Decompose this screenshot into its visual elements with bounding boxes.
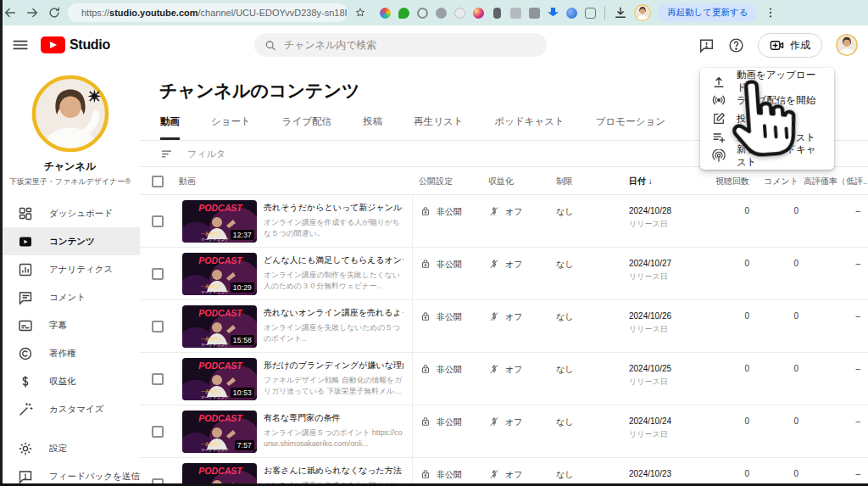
extension-recycle-icon[interactable]: [417, 8, 428, 19]
browser-profile-avatar[interactable]: [634, 4, 651, 21]
video-row[interactable]: PODCAST 一歩先行く マーケティング 15:58 売れないオンライン講座を…: [140, 300, 868, 353]
extension-dino-icon[interactable]: [585, 8, 596, 19]
bookmark-star-icon[interactable]: [354, 7, 366, 19]
create-menu-item[interactable]: 新しいポッドキャスト: [700, 147, 834, 165]
feedback-icon[interactable]: [698, 37, 715, 53]
video-title[interactable]: 有名な専門家の条件: [264, 412, 403, 424]
lock-icon: [420, 310, 431, 322]
monetization-icon: [18, 374, 33, 389]
video-row[interactable]: PODCAST 一歩先行く マーケティング 7:57 有名な専門家の条件: [140, 405, 868, 458]
video-thumbnail[interactable]: PODCAST 一歩先行く マーケティング 10:29: [182, 253, 257, 295]
select-all-checkbox[interactable]: [152, 176, 164, 187]
extension-cast-icon[interactable]: [529, 8, 540, 19]
video-title[interactable]: 売れないオンライン講座を売れるよう...: [264, 307, 403, 319]
video-thumbnail[interactable]: PODCAST 一歩先行く マーケティング 10:04: [182, 463, 257, 486]
row-checkbox[interactable]: [152, 426, 164, 438]
reload-icon[interactable]: [47, 6, 61, 20]
col-monetization[interactable]: 収益化: [487, 175, 556, 187]
row-checkbox[interactable]: [152, 268, 164, 280]
help-icon[interactable]: [728, 37, 744, 53]
channel-search[interactable]: [254, 33, 547, 57]
sidebar-item[interactable]: 字幕: [0, 311, 140, 339]
address-bar[interactable]: https://studio.youtube.com/channel/UCU-E…: [68, 3, 348, 22]
extension-card-icon[interactable]: [510, 8, 521, 19]
tab[interactable]: ライブ配信: [282, 115, 331, 140]
video-title[interactable]: 形だけのブランディングが嫌いな理由: [264, 360, 403, 371]
col-date[interactable]: 日付 ↓: [629, 175, 702, 187]
sidebar-footer-item[interactable]: 設定: [0, 434, 140, 462]
date-cell: 2024/10/28 リリース日: [629, 195, 702, 247]
col-video[interactable]: 動画: [179, 175, 264, 187]
sidebar-item[interactable]: コンテンツ: [0, 227, 140, 255]
upload-icon: [712, 75, 726, 88]
row-checkbox[interactable]: [152, 321, 164, 332]
feedback-icon: [18, 469, 33, 484]
video-row[interactable]: PODCAST 一歩先行く マーケティング 10:53 形だけのブランディングが…: [140, 353, 868, 405]
forward-icon[interactable]: [25, 6, 39, 20]
extension-globe-lock-icon[interactable]: [436, 8, 447, 19]
sidebar-item[interactable]: カスタマイズ: [0, 395, 140, 423]
menu-hamburger-icon[interactable]: [12, 36, 29, 53]
create-menu-item[interactable]: 投稿を作成: [700, 109, 834, 128]
channel-avatar[interactable]: [31, 74, 110, 154]
tab[interactable]: プロモーション: [596, 115, 665, 140]
extension-download-blue-icon[interactable]: [548, 8, 559, 19]
video-row[interactable]: PODCAST 一歩先行く マーケティング 12:37 売れそうだからといって新…: [140, 195, 868, 248]
youtube-studio-logo[interactable]: Studio: [41, 36, 110, 53]
tab[interactable]: 動画: [160, 115, 180, 140]
create-menu-item[interactable]: ライブ配信を開始: [700, 91, 834, 109]
col-views[interactable]: 視聴回数: [702, 175, 749, 187]
visibility-value[interactable]: 非公開: [437, 416, 462, 428]
duration-badge: 10:29: [231, 282, 254, 293]
video-row[interactable]: PODCAST 一歩先行く マーケティング 10:04 お客さんに舐められなくな…: [140, 458, 868, 486]
sidebar-footer-item[interactable]: フィードバックを送信: [0, 462, 140, 486]
create-button[interactable]: 作成: [758, 33, 822, 58]
extension-color-wheel-icon[interactable]: [380, 8, 391, 19]
visibility-value[interactable]: 非公開: [437, 259, 462, 271]
sidebar-item[interactable]: ダッシュボード: [0, 199, 140, 227]
extension-mic-icon[interactable]: [493, 8, 501, 19]
col-restrictions[interactable]: 制限: [556, 175, 629, 187]
visibility-value[interactable]: 非公開: [437, 206, 462, 218]
row-checkbox[interactable]: [152, 215, 164, 227]
date-cell: 2024/10/25 リリース日: [629, 353, 702, 405]
extension-green-bird-icon[interactable]: [398, 8, 409, 19]
col-rating[interactable]: 高評価率（低評..: [798, 175, 868, 187]
create-menu-item[interactable]: 動画をアップロード: [700, 72, 834, 91]
search-input[interactable]: [284, 39, 537, 51]
sidebar-item[interactable]: 収益化: [0, 367, 140, 395]
visibility-value[interactable]: 非公開: [437, 469, 462, 481]
extension-camera-icon[interactable]: [473, 8, 484, 19]
back-icon[interactable]: [3, 6, 17, 20]
studio-header: Studio 作成: [0, 25, 868, 64]
video-thumbnail[interactable]: PODCAST 一歩先行く マーケティング 12:37: [182, 200, 257, 243]
search-icon: [264, 39, 276, 52]
video-thumbnail[interactable]: PODCAST 一歩先行く マーケティング 7:57: [182, 411, 257, 453]
tab[interactable]: ポッドキャスト: [494, 115, 564, 140]
row-checkbox[interactable]: [152, 373, 164, 385]
video-row[interactable]: PODCAST 一歩先行く マーケティング 10:29 どんな人にも満足してもら…: [140, 248, 868, 300]
video-thumbnail[interactable]: PODCAST 一歩先行く マーケティング 15:58: [182, 305, 257, 348]
extension-pen-circle-icon[interactable]: [454, 8, 465, 19]
downloads-icon[interactable]: [614, 6, 627, 20]
col-comments[interactable]: コメント: [749, 175, 798, 187]
col-visibility[interactable]: 公開設定: [412, 175, 487, 187]
browser-menu-icon[interactable]: [764, 6, 777, 20]
svg-text:PODCAST: PODCAST: [198, 203, 243, 213]
tab[interactable]: 再生リスト: [414, 115, 463, 140]
extension-globe-blue-icon[interactable]: [566, 8, 577, 19]
video-title[interactable]: 売れそうだからといって新ジャンルを...: [264, 202, 403, 214]
tab[interactable]: 投稿: [363, 115, 382, 140]
video-title[interactable]: お客さんに舐められなくなった方法: [264, 465, 403, 477]
video-title[interactable]: どんな人にも満足してもらえるオンラ...: [264, 254, 403, 266]
video-thumbnail[interactable]: PODCAST 一歩先行く マーケティング 10:53: [182, 358, 257, 400]
browser-update-button[interactable]: 再起動して更新する: [658, 3, 757, 22]
sidebar-item[interactable]: コメント: [0, 283, 140, 311]
copyright-icon: [18, 346, 33, 361]
visibility-value[interactable]: 非公開: [437, 311, 462, 323]
sidebar-item[interactable]: 著作権: [0, 339, 140, 367]
tab[interactable]: ショート: [211, 115, 251, 140]
sidebar-item[interactable]: アナリティクス: [0, 255, 140, 283]
account-avatar[interactable]: [836, 34, 858, 56]
visibility-value[interactable]: 非公開: [437, 364, 462, 376]
